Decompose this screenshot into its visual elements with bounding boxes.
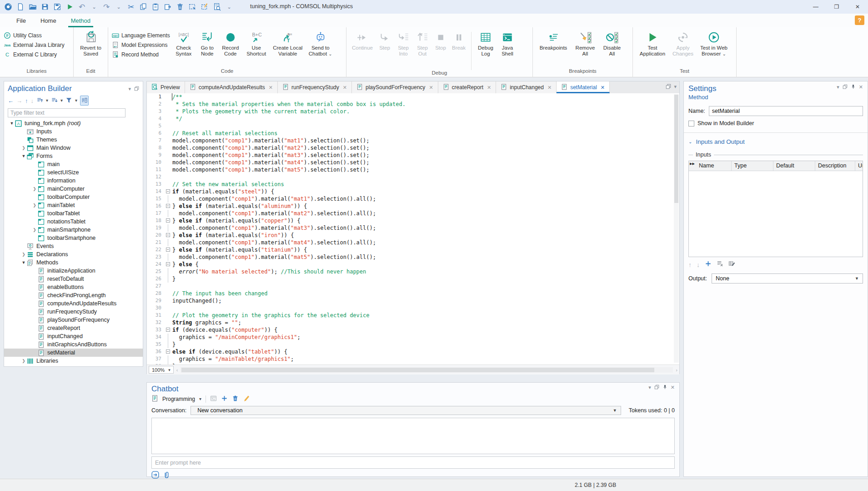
- scroll-left-icon[interactable]: ‹: [176, 367, 178, 373]
- editor-tab-computeandupdateresults[interactable]: computeAndUpdateResults✕: [185, 81, 278, 93]
- tree-item-enablebuttons[interactable]: enableButtons: [4, 283, 143, 291]
- tree-item-toolbartablet[interactable]: toolbarTablet: [4, 209, 143, 218]
- code-line[interactable]: 18−} else if (material.equals("copper"))…: [147, 217, 679, 224]
- tree-item-inputs[interactable]: Inputs: [4, 127, 143, 136]
- fold-toggle-icon[interactable]: −: [166, 328, 170, 332]
- column-header-type[interactable]: Type: [732, 161, 773, 171]
- pin-panel-icon[interactable]: [662, 385, 667, 390]
- conversation-select[interactable]: New conversation ▼: [191, 406, 621, 415]
- tree-item-toolbarsmartphone[interactable]: toolbarSmartphone: [4, 234, 143, 242]
- inputs-table[interactable]: ▶▶NameTypeDefaultDescriptionUnit: [688, 161, 863, 257]
- stop-button[interactable]: Stop: [433, 30, 448, 51]
- code-line[interactable]: 19 model.component("comp1").material("ma…: [147, 224, 679, 232]
- language-elements-button[interactable]: ABCLanguage Elements: [112, 32, 170, 39]
- break-button[interactable]: Break: [450, 30, 467, 51]
- fold-toggle-icon[interactable]: −: [166, 262, 170, 266]
- ribbon-tab-file[interactable]: File: [9, 14, 33, 27]
- minimize-button[interactable]: —: [805, 0, 826, 14]
- fold-toggle-icon[interactable]: −: [166, 349, 170, 354]
- code-line[interactable]: 31// Plot the geometry in the graphics f…: [147, 312, 679, 319]
- fold-toggle-icon[interactable]: −: [166, 204, 170, 208]
- float-panel-icon[interactable]: [654, 385, 659, 390]
- code-line[interactable]: 9model.component("comp1").material("mat3…: [147, 152, 679, 159]
- fold-toggle-icon[interactable]: −: [166, 233, 170, 237]
- panel-menu-icon[interactable]: ▾: [128, 86, 131, 92]
- filter-icon[interactable]: [65, 96, 72, 105]
- float-panel-icon[interactable]: [134, 86, 139, 92]
- code-line[interactable]: 27: [147, 283, 679, 290]
- float-panel-icon[interactable]: [843, 84, 848, 90]
- code-line[interactable]: 8model.component("comp1").material("mat2…: [147, 144, 679, 152]
- clear-selection-button[interactable]: [200, 2, 209, 11]
- editor-tab-createreport[interactable]: createReport✕: [438, 81, 497, 93]
- move-up-button[interactable]: ↑: [25, 98, 28, 104]
- panel-menu-icon[interactable]: ▾: [648, 385, 651, 390]
- duplicate-button[interactable]: [163, 2, 172, 11]
- code-line[interactable]: 33−if (device.equals("computer")) {: [147, 326, 679, 334]
- move-row-up-button[interactable]: ↑: [688, 261, 692, 268]
- code-editor[interactable]: 1/**2 * Sets the material properties whe…: [147, 93, 679, 364]
- go-to-node-button[interactable]: Go to Node: [197, 30, 217, 57]
- code-line[interactable]: 2 * Sets the material properties when th…: [147, 101, 679, 108]
- tree-item-libraries[interactable]: ❯Libraries: [4, 357, 143, 365]
- help-button[interactable]: ?: [855, 15, 864, 25]
- tree-item-createreport[interactable]: createReport: [4, 324, 143, 332]
- tree-item-initgraphicsandbuttons[interactable]: initGraphicsAndButtons: [4, 340, 143, 349]
- editor-menu-icon[interactable]: ▾: [674, 84, 677, 90]
- code-line[interactable]: 24−} else {: [147, 261, 679, 268]
- run-application-button[interactable]: [65, 2, 74, 11]
- test-application-button[interactable]: Test Application: [637, 30, 668, 57]
- prompt-input[interactable]: Enter prompt here: [151, 456, 675, 469]
- clear-conversation-button[interactable]: [243, 395, 250, 403]
- code-line[interactable]: 30: [147, 304, 679, 312]
- tree-item-resettodefault[interactable]: resetToDefault: [4, 275, 143, 283]
- code-line[interactable]: 4 */: [147, 115, 679, 122]
- scroll-right-icon[interactable]: ›: [676, 367, 677, 373]
- code-line[interactable]: 29inputChanged();: [147, 297, 679, 304]
- step-into-button[interactable]: Step Into: [395, 30, 412, 57]
- tree-item-main[interactable]: main: [4, 160, 143, 168]
- ribbon-tab-home[interactable]: Home: [33, 14, 64, 27]
- tree-item-themes[interactable]: Themes: [4, 136, 143, 144]
- panel-menu-icon[interactable]: ▾: [837, 84, 839, 90]
- tree-item-selectuisize[interactable]: selectUISize: [4, 168, 143, 177]
- code-line[interactable]: 20−} else if (material.equals("iron")) {: [147, 232, 679, 239]
- chevron-down-icon[interactable]: ▾: [60, 98, 63, 103]
- code-line[interactable]: 28// The input has been changed: [147, 290, 679, 297]
- tree-filter-input[interactable]: [8, 108, 125, 117]
- move-row-down-button[interactable]: ↓: [697, 261, 700, 268]
- new-file-button[interactable]: [16, 2, 25, 11]
- editor-tab-setmaterial[interactable]: setMaterial✕: [557, 81, 610, 93]
- edit-input-button[interactable]: [728, 260, 735, 269]
- column-header-name[interactable]: Name: [696, 161, 732, 171]
- tree-item-playsoundforfrequency[interactable]: playSoundForFrequency: [4, 316, 143, 324]
- save-as-button[interactable]: [53, 2, 62, 11]
- add-input-button[interactable]: [705, 260, 712, 269]
- scrollbar-thumb[interactable]: [674, 95, 678, 203]
- editor-tab-runfrequencystudy[interactable]: runFrequencyStudy✕: [278, 81, 352, 93]
- tree-item-tuning-fork-mph[interactable]: ▼Atuning_fork.mph(root): [4, 119, 143, 127]
- column-header-default[interactable]: Default: [773, 161, 815, 171]
- mode-select[interactable]: Programming: [162, 396, 195, 402]
- scrollbar-thumb[interactable]: [181, 368, 654, 372]
- disable-all-button[interactable]: Disable All: [600, 30, 624, 57]
- ribbon-tab-method[interactable]: Method: [64, 14, 98, 27]
- chevron-down-icon[interactable]: ▾: [46, 98, 48, 103]
- code-line[interactable]: 38}: [147, 363, 679, 364]
- fold-toggle-icon[interactable]: −: [166, 218, 170, 223]
- open-file-button[interactable]: [28, 2, 37, 11]
- close-tab-icon[interactable]: ✕: [429, 85, 433, 91]
- show-in-model-builder-checkbox[interactable]: [688, 121, 694, 127]
- chevron-down-icon[interactable]: ▾: [199, 397, 201, 401]
- code-line[interactable]: 23 model.component("comp1").material("ma…: [147, 253, 679, 261]
- editor-tab-inputchanged[interactable]: inputChanged✕: [496, 81, 557, 93]
- maximize-button[interactable]: ❐: [826, 0, 847, 14]
- test-in-web-browser-button[interactable]: Test in Web Browser ⌄: [697, 30, 730, 57]
- chevron-down-icon[interactable]: ⌄: [688, 139, 692, 144]
- code-line[interactable]: 26}: [147, 275, 679, 283]
- code-line[interactable]: 16−} else if (material.equals("aluminum"…: [147, 202, 679, 210]
- code-line[interactable]: 25 error("No material selected"); //This…: [147, 268, 679, 275]
- create-local-variable-button[interactable]: a=TCreate Local Variable: [271, 30, 305, 57]
- tree-item-events[interactable]: Events: [4, 242, 143, 250]
- tree-item-setmaterial[interactable]: setMaterial: [4, 349, 143, 357]
